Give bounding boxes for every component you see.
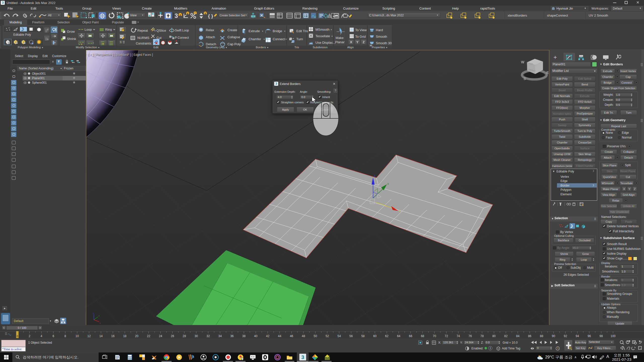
svg-text:92: 92 [564,334,567,338]
svg-text:x: x [399,209,400,212]
svg-text:74: 74 [457,334,460,338]
svg-text:44: 44 [278,334,281,338]
svg-text:84: 84 [516,334,520,338]
svg-text:46: 46 [290,334,293,338]
svg-text:78: 78 [480,334,484,338]
svg-text:8: 8 [64,334,66,338]
svg-text:28: 28 [183,334,186,338]
svg-text:48: 48 [302,334,305,338]
svg-text:22: 22 [147,334,150,338]
svg-text:36: 36 [230,334,234,338]
svg-text:24: 24 [159,334,162,338]
svg-text:70: 70 [433,334,436,338]
svg-text:y: y [387,182,389,185]
svg-text:W: W [521,60,525,64]
svg-text:42: 42 [266,334,269,338]
svg-text:S: S [524,77,526,81]
svg-text:100: 100 [611,334,616,338]
svg-text:66: 66 [409,334,413,338]
svg-text:40: 40 [254,334,258,338]
svg-text:Loop: Loop [85,28,92,31]
svg-text:z: z [93,312,94,314]
svg-text:6: 6 [53,334,54,338]
svg-text:x: x [100,322,101,324]
svg-text:12: 12 [87,334,91,338]
svg-text:54: 54 [338,334,341,338]
svg-text:56: 56 [349,334,353,338]
svg-text:34: 34 [218,334,222,338]
svg-text:0: 0 [17,335,18,338]
svg-text:38: 38 [242,334,246,338]
svg-text:96: 96 [588,334,591,338]
svg-text:y: y [99,314,100,317]
svg-text:{ }: { } [208,13,213,19]
svg-text:30: 30 [194,334,198,338]
svg-text:62: 62 [385,334,389,338]
svg-text:Ring: Ring [105,28,112,31]
svg-text:30: 30 [370,44,372,46]
svg-text:20: 20 [135,334,139,338]
svg-text:4: 4 [41,334,42,338]
svg-text:2: 2 [29,334,30,338]
svg-text:98: 98 [599,334,603,338]
svg-text:50: 50 [314,334,317,338]
svg-text:94: 94 [576,334,579,338]
svg-text:52: 52 [326,334,329,338]
svg-text:10: 10 [75,334,79,338]
svg-text:64: 64 [397,334,400,338]
svg-text:16: 16 [111,334,115,338]
svg-text:14: 14 [99,334,103,338]
svg-text:z: z [374,174,375,177]
svg-text:82: 82 [504,334,508,338]
svg-text:26: 26 [171,334,174,338]
svg-text:72: 72 [445,334,448,338]
svg-text:88: 88 [540,334,543,338]
svg-text:68: 68 [421,334,424,338]
svg-text:18: 18 [123,334,127,338]
svg-text:60: 60 [373,334,377,338]
svg-text:32: 32 [207,334,210,338]
svg-text:3: 3 [175,12,178,19]
svg-text:80: 80 [492,334,496,338]
svg-text:86: 86 [528,334,532,338]
svg-text:90: 90 [552,334,555,338]
svg-text:58: 58 [361,334,365,338]
svg-text:76: 76 [468,334,472,338]
svg-text:E: E [546,71,549,75]
